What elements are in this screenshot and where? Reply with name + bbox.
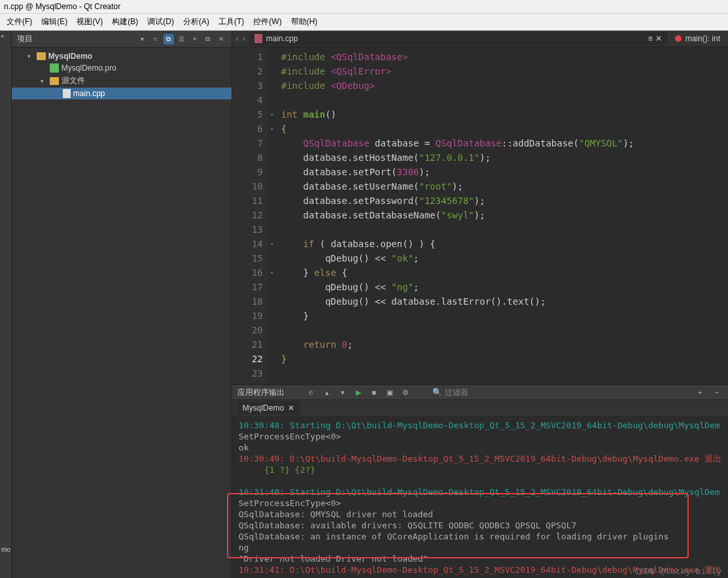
project-panel-header: 项目 ▾ ▿ ⧉ ☰ + ⧉ ✕ bbox=[12, 31, 232, 48]
editor-tab-bar: ‹ › main.cpp ≡ ✕ main(): int bbox=[232, 31, 728, 47]
code-editor[interactable]: 1234567891011121314151617181920212223 ▾▾… bbox=[232, 47, 728, 384]
menu-bar: 文件(F)编辑(E)视图(V)构建(B)调试(D)分析(A)工具(T)控件(W)… bbox=[0, 14, 728, 31]
output-line: QSqlDatabase: available drivers: QSQLITE… bbox=[239, 520, 721, 531]
output-line: QSqlDatabase: QMYSQL driver not loaded bbox=[239, 509, 721, 520]
tree-sources-label: 源文件 bbox=[61, 75, 85, 86]
editor-area: ‹ › main.cpp ≡ ✕ main(): int 12345678910… bbox=[232, 31, 728, 578]
tree-project-root[interactable]: ▾ MysqlDemo bbox=[12, 50, 232, 62]
tab-menu-icon[interactable]: ≡ bbox=[648, 34, 653, 43]
symbol-label: main(): int bbox=[685, 34, 720, 43]
fold-column[interactable]: ▾▾▾▾ bbox=[268, 47, 276, 384]
nav-back-icon[interactable]: ‹ bbox=[235, 34, 240, 43]
filter-menu-icon[interactable]: ▾ bbox=[137, 34, 148, 44]
menu-item[interactable]: 文件(F) bbox=[3, 15, 36, 29]
left-sidebar-strip[interactable]: ▸ mo bbox=[0, 31, 12, 578]
tree-pro-label: MysqlDemo.pro bbox=[61, 63, 116, 73]
output-tabs: MysqlDemo ✕ bbox=[232, 400, 728, 416]
output-tab-close-icon[interactable]: ✕ bbox=[288, 403, 294, 413]
project-panel: 项目 ▾ ▿ ⧉ ☰ + ⧉ ✕ ▾ MysqlDemo MysqlDemo.p… bbox=[12, 31, 232, 578]
output-line: SetProcessEncType<0> bbox=[239, 498, 721, 509]
tree-sources-folder[interactable]: ▾ 源文件 bbox=[12, 74, 232, 88]
tree-project-name: MysqlDemo bbox=[48, 52, 92, 61]
target-icon[interactable]: ⎋ bbox=[305, 386, 317, 398]
symbol-combo[interactable]: main(): int bbox=[670, 34, 725, 43]
left-sidebar-label: mo bbox=[1, 546, 10, 553]
output-title: 应用程序输出 bbox=[237, 387, 285, 398]
line-gutter: 1234567891011121314151617181920212223 bbox=[232, 47, 268, 384]
tree-file-label: main.cpp bbox=[73, 89, 105, 98]
output-line: ok bbox=[239, 442, 721, 453]
expand-arrow-icon[interactable]: ▾ bbox=[41, 78, 47, 84]
nav-forward-icon[interactable]: › bbox=[241, 34, 247, 43]
menu-item[interactable]: 工具(T) bbox=[215, 15, 248, 29]
down-arrow-icon[interactable]: ▾ bbox=[337, 386, 349, 398]
zoom-out-icon[interactable]: − bbox=[711, 386, 723, 398]
split-icon[interactable]: ⧉ bbox=[203, 34, 213, 44]
folder-icon bbox=[37, 52, 46, 60]
menu-item[interactable]: 控件(W) bbox=[249, 15, 285, 29]
zoom-in-icon[interactable]: + bbox=[694, 386, 706, 398]
attach-icon[interactable]: ▣ bbox=[384, 386, 396, 398]
search-icon: 🔍 bbox=[432, 388, 442, 397]
output-line: 10:31:40: Starting D:\Qt\build-MysqlDemo… bbox=[239, 486, 721, 498]
output-tab-mysqldemo[interactable]: MysqlDemo ✕ bbox=[237, 401, 300, 415]
project-tree: ▾ MysqlDemo MysqlDemo.pro ▾ 源文件 main.cpp bbox=[12, 48, 232, 102]
file-tab[interactable]: main.cpp ≡ ✕ bbox=[249, 32, 667, 45]
tree-view-icon[interactable]: ☰ bbox=[177, 34, 187, 44]
filter-placeholder: 过滤器 bbox=[445, 387, 468, 398]
menu-item[interactable]: 构建(B) bbox=[108, 15, 142, 29]
window-title-bar: n.cpp @ MysqlDemo - Qt Creator bbox=[0, 0, 728, 14]
code-content[interactable]: #include <QSqlDatabase>#include <QSqlErr… bbox=[276, 47, 728, 384]
output-filter[interactable]: 🔍 过滤器 bbox=[432, 387, 468, 398]
close-panel-icon[interactable]: ✕ bbox=[216, 34, 226, 44]
expand-arrow-icon[interactable]: ▾ bbox=[27, 53, 34, 60]
stop-icon[interactable]: ■ bbox=[368, 386, 380, 398]
file-tab-label: main.cpp bbox=[266, 34, 298, 43]
menu-item[interactable]: 调试(D) bbox=[143, 15, 178, 29]
output-line: "Driver not loaded Driver not loaded" bbox=[239, 553, 721, 564]
output-line bbox=[239, 475, 721, 486]
output-toolbar: ⎋ ▴ ▾ ▶ ■ ▣ ⚙ bbox=[305, 386, 411, 398]
function-icon bbox=[675, 35, 682, 42]
output-header: 应用程序输出 ⎋ ▴ ▾ ▶ ■ ▣ ⚙ 🔍 过滤器 + − bbox=[232, 385, 728, 400]
menu-item[interactable]: 视图(V) bbox=[73, 15, 107, 29]
output-tab-label: MysqlDemo bbox=[243, 403, 284, 413]
run-icon[interactable]: ▶ bbox=[353, 386, 364, 398]
project-panel-title: 项目 bbox=[17, 33, 33, 44]
window-title: n.cpp @ MysqlDemo - Qt Creator bbox=[4, 2, 120, 11]
output-line: QSqlDatabase: an instance of QCoreApplic… bbox=[239, 531, 721, 542]
output-panel: 应用程序输出 ⎋ ▴ ▾ ▶ ■ ▣ ⚙ 🔍 过滤器 + − bbox=[232, 384, 728, 578]
output-line: 10:30:49: D:\Qt\build-MysqlDemo-Desktop_… bbox=[239, 453, 721, 464]
up-arrow-icon[interactable]: ▴ bbox=[321, 386, 333, 398]
tree-file-main[interactable]: main.cpp bbox=[12, 88, 232, 99]
output-line: {1 ?} {2?} bbox=[239, 464, 721, 475]
tab-close-icon[interactable]: ✕ bbox=[655, 34, 662, 43]
output-line: 10:30:48: Starting D:\Qt\build-MysqlDemo… bbox=[239, 420, 721, 431]
watermark: CSDN @lucky-billy bbox=[634, 566, 721, 577]
project-panel-toolbar: ▾ ▿ ⧉ ☰ + ⧉ ✕ bbox=[137, 34, 226, 44]
menu-item[interactable]: 编辑(E) bbox=[37, 15, 71, 29]
link-editor-icon[interactable]: ⧉ bbox=[164, 34, 174, 44]
menu-item[interactable]: 帮助(H) bbox=[287, 15, 322, 29]
qt-project-icon bbox=[50, 63, 59, 73]
menu-item[interactable]: 分析(A) bbox=[179, 15, 213, 29]
settings-gear-icon[interactable]: ⚙ bbox=[400, 386, 411, 398]
tree-pro-file[interactable]: MysqlDemo.pro bbox=[12, 62, 232, 74]
folder-icon bbox=[50, 77, 59, 85]
cpp-file-icon bbox=[63, 89, 71, 98]
output-line: SetProcessEncType<0> bbox=[239, 431, 721, 442]
editor-nav: ‹ › bbox=[235, 34, 247, 43]
funnel-icon[interactable]: ▿ bbox=[150, 34, 161, 44]
output-body[interactable]: 10:30:48: Starting D:\Qt\build-MysqlDemo… bbox=[232, 416, 728, 578]
add-icon[interactable]: + bbox=[190, 34, 200, 44]
cpp-file-icon bbox=[254, 34, 262, 43]
output-line: ng bbox=[239, 542, 721, 553]
